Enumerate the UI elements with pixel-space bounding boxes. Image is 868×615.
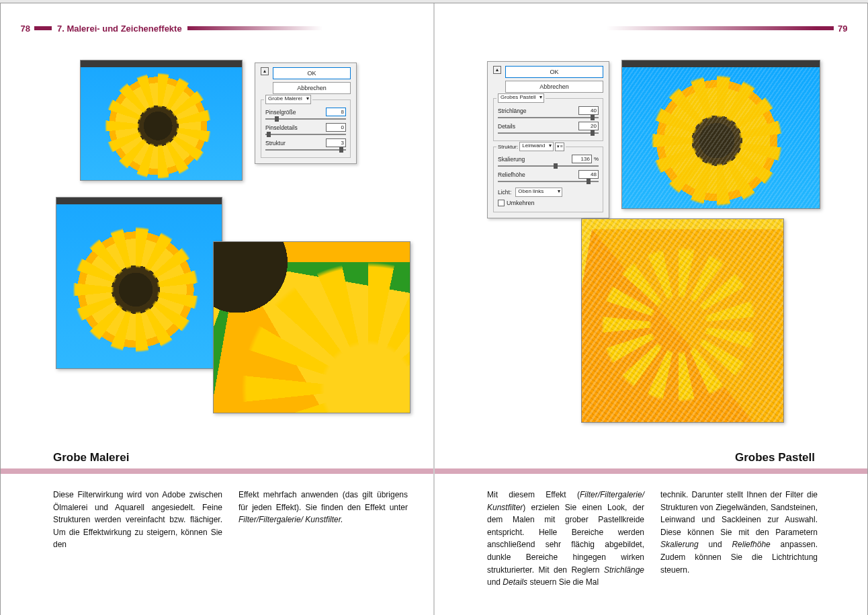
image-pastell-full [621,60,820,209]
body-text: Diese Filterwirkung wird von Adobe zwisc… [53,489,408,551]
page-left: 78 7. Malerei- und Zeicheneffekte ▴ OK A… [1,3,433,615]
t: Strich­länge [604,565,644,575]
t: Relief­höhe [732,540,770,549]
body-col2b: Filter/Filtergalerie/ Kunstfilter. [238,515,343,524]
page-number-left: 78 [1,24,34,34]
page-right: 79 ▴ OK Abbrechen Grobes Pastell Strichl… [435,3,867,615]
header-gradient [435,26,816,30]
sunflower-illustration [81,67,242,180]
image-original-top [80,60,243,181]
param-label: Reliefhöhe [498,171,525,178]
ok-button[interactable]: OK [273,67,351,79]
filter-dialog-grobes-pastell: ▴ OK Abbrechen Grobes Pastell Strichläng… [487,61,609,218]
strichlaenge-input[interactable]: 40 [578,106,599,115]
texture-group: Struktur: Leinwand ▾≡ Skalierung 136% Re… [493,147,603,212]
body-text: Mit diesem Effekt (Filter/Filtergalerie/… [487,489,818,589]
header-right: 79 [435,22,867,34]
texture-legend: Struktur: [498,144,518,150]
page-number-right: 79 [834,24,867,34]
book-spread: 78 7. Malerei- und Zeicheneffekte ▴ OK A… [0,3,868,615]
section-rule [1,468,433,474]
filter-dialog-grobe-malerei: ▴ OK Abbrechen Grobe Malerei Pinselgröße… [255,63,357,164]
t: und [699,540,732,549]
section-heading: Grobes Pastell [735,451,815,464]
sunflower-illustration [56,204,222,368]
cancel-button[interactable]: Abbrechen [505,81,603,93]
filter-params-group: Grobe Malerei Pinselgröße8 Pinseldetails… [261,99,351,158]
reliefhoehe-input[interactable]: 48 [578,170,599,179]
t: und [487,577,503,587]
licht-dropdown[interactable]: Oben links [515,188,562,197]
param-label: Pinselgröße [265,109,296,116]
header-accent [34,26,52,30]
struktur-input[interactable]: 3 [326,138,346,147]
image-titlebar [56,198,222,204]
pinselgroesse-input[interactable]: 8 [326,108,346,116]
filter-name-dropdown[interactable]: Grobes Pastell [498,93,544,103]
sunflower-illustration [622,67,820,208]
filter-params-group: Grobes Pastell Strichlänge40 Details20 [493,98,603,141]
strichlaenge-slider[interactable] [498,117,599,118]
cancel-button[interactable]: Abbrechen [273,82,351,94]
pinseldetails-slider[interactable] [265,134,346,135]
image-titlebar [81,60,242,67]
struktur-slider[interactable] [265,149,346,151]
umkehren-label: Umkehren [507,200,535,206]
header-left: 78 7. Malerei- und Zeicheneffekte [1,22,433,34]
image-result-zoom [213,241,410,413]
unit-percent: % [594,156,599,162]
t: Details [503,577,527,587]
sunflower-illustration [582,219,783,422]
collapse-icon[interactable]: ▴ [493,66,501,74]
param-label: Skalierung [498,156,525,163]
t: technik. Darunter stellt Ihnen der Filte… [660,490,818,537]
section-rule [435,468,867,474]
sunflower-illustration [214,242,410,413]
body-col2a: Effekt mehrfach anwenden (das gilt übrig… [238,490,408,512]
filter-name-dropdown[interactable]: Grobe Malerei [265,95,311,104]
image-titlebar [622,60,820,67]
t: ) erzielen Sie einen Look, der dem Malen… [487,503,644,575]
skalierung-slider[interactable] [498,165,599,167]
param-label: Struktur [265,140,286,147]
t: Skalierung [660,540,699,549]
umkehren-checkbox[interactable] [498,200,505,206]
param-label: Strichlänge [498,108,527,114]
t: steuern Sie die Mal­ [527,577,599,587]
header-accent [816,26,834,30]
param-label: Pinseldetails [265,124,298,131]
image-pastell-zoom [581,218,784,423]
collapse-icon[interactable]: ▴ [261,67,269,75]
licht-label: Licht: [498,189,511,196]
texture-menu-icon[interactable]: ▾≡ [555,142,564,151]
pinseldetails-input[interactable]: 0 [326,123,346,132]
details-slider[interactable] [498,132,599,134]
t: Mit diesem Effekt ( [487,490,580,499]
header-gradient [187,26,433,30]
body-col1: Diese Filterwirkung wird von Adobe zwisc… [53,490,222,549]
image-result-full [56,197,222,369]
skalierung-input[interactable]: 136 [572,155,592,163]
pinselgroesse-slider[interactable] [265,118,346,120]
reliefhoehe-slider[interactable] [498,181,599,182]
details-input[interactable]: 20 [578,122,599,130]
section-heading: Grobe Malerei [53,451,129,464]
ok-button[interactable]: OK [505,66,603,78]
param-label: Details [498,123,515,130]
texture-dropdown[interactable]: Leinwand [519,142,554,151]
chapter-title: 7. Malerei- und Zeicheneffekte [52,24,187,34]
